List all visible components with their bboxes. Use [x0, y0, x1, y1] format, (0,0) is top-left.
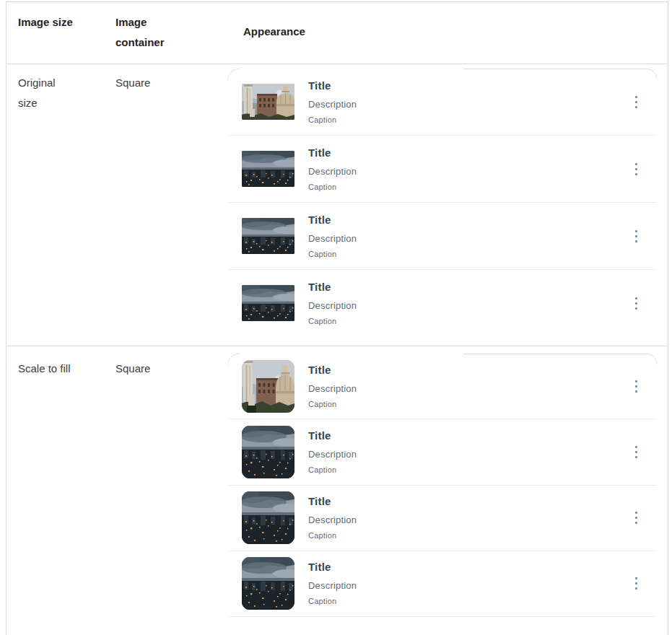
- list-item[interactable]: Title Description Caption: [227, 354, 657, 419]
- list-item-caption: Caption: [308, 250, 357, 259]
- list-item[interactable]: Title Description Caption: [227, 202, 657, 269]
- city-photo-thumbnail: [242, 426, 294, 478]
- list-item-title: Title: [308, 364, 357, 377]
- table-row-original-size: Original size Square: [6, 64, 668, 346]
- list-item[interactable]: Title Description Caption: [227, 485, 657, 551]
- kebab-menu-icon[interactable]: [634, 93, 639, 111]
- list-item[interactable]: Title Description Caption: [227, 269, 657, 336]
- list-item-title: Title: [308, 214, 357, 227]
- list-item-caption: Caption: [308, 115, 357, 125]
- list-item[interactable]: Title Description Caption: [227, 135, 657, 202]
- cell-image-container: Square: [115, 64, 227, 346]
- cell-value: Original size: [18, 73, 76, 113]
- city-photo-thumbnail: [242, 491, 294, 544]
- cell-appearance: Title Description Caption: [227, 346, 668, 635]
- list-item-caption: Caption: [308, 400, 357, 409]
- list-item-caption: Caption: [308, 317, 357, 326]
- list-item-title: Title: [308, 495, 357, 508]
- kebab-menu-icon[interactable]: [634, 574, 639, 592]
- list-item[interactable]: Title Description Caption: [227, 551, 657, 616]
- list-item-description: Description: [308, 514, 357, 526]
- list-item-description: Description: [308, 233, 357, 245]
- cell-appearance: Title Description Caption: [227, 64, 668, 346]
- column-header-label: Image container: [115, 12, 173, 53]
- column-header-label: Image size: [18, 16, 73, 28]
- appearance-preview-card: Title Description Caption: [227, 69, 657, 336]
- kebab-menu-icon[interactable]: [634, 227, 639, 245]
- list-item-caption: Caption: [308, 183, 357, 192]
- table-row-scale-to-fill: Scale to fill Square: [6, 346, 668, 635]
- list-item-title: Title: [308, 281, 357, 294]
- settings-table: Image size Image container Appearance Or…: [6, 1, 668, 635]
- list-item-text: Title Description Caption: [308, 561, 357, 606]
- city-photo-thumbnail: [242, 557, 294, 610]
- rome-photo-thumbnail: [242, 84, 294, 120]
- image-settings-comparison-page: Image size Image container Appearance Or…: [0, 0, 672, 635]
- kebab-menu-icon[interactable]: [634, 443, 639, 461]
- list-item-text: Title Description Caption: [308, 364, 357, 409]
- list-item-text: Title Description Caption: [308, 495, 357, 540]
- cell-value: Square: [115, 362, 150, 375]
- city-photo-thumbnail: [242, 285, 294, 321]
- cell-value: Scale to fill: [18, 362, 71, 375]
- list-item-title: Title: [308, 146, 357, 159]
- column-header-image-size: Image size: [6, 2, 115, 64]
- list-item-text: Title Description Caption: [308, 281, 357, 326]
- list-item[interactable]: Title Description Caption: [227, 69, 657, 135]
- cell-image-size: Scale to fill: [6, 346, 115, 635]
- list-item-caption: Caption: [308, 465, 357, 475]
- list-item-description: Description: [308, 166, 357, 178]
- list-item-caption: Caption: [308, 531, 357, 540]
- kebab-menu-icon[interactable]: [634, 509, 639, 527]
- column-header-label: Appearance: [243, 25, 305, 38]
- list-item-description: Description: [308, 449, 357, 460]
- list-item[interactable]: Title Description Caption: [227, 419, 657, 484]
- appearance-preview-card: Title Description Caption: [227, 354, 657, 617]
- list-item-description: Description: [308, 99, 357, 110]
- cell-image-container: Square: [115, 346, 227, 635]
- table-header-row: Image size Image container Appearance: [6, 2, 668, 64]
- list-item-description: Description: [308, 580, 357, 592]
- city-photo-thumbnail: [242, 151, 294, 187]
- list-item-description: Description: [308, 300, 357, 312]
- list-item-title: Title: [308, 79, 357, 92]
- list-item-title: Title: [308, 561, 357, 574]
- cell-value: Square: [115, 76, 150, 89]
- cell-image-size: Original size: [6, 64, 115, 346]
- list-item-text: Title Description Caption: [308, 146, 357, 192]
- rome-photo-thumbnail: [242, 360, 294, 413]
- list-item-text: Title Description Caption: [308, 429, 357, 475]
- kebab-menu-icon[interactable]: [634, 377, 639, 395]
- column-header-appearance: Appearance: [227, 2, 668, 64]
- city-photo-thumbnail: [242, 218, 294, 254]
- kebab-menu-icon[interactable]: [634, 294, 639, 312]
- kebab-menu-icon[interactable]: [634, 160, 639, 178]
- column-header-image-container: Image container: [115, 2, 227, 64]
- list-item-text: Title Description Caption: [308, 214, 357, 259]
- list-item-text: Title Description Caption: [308, 79, 357, 125]
- list-item-caption: Caption: [308, 597, 357, 606]
- list-item-title: Title: [308, 429, 357, 442]
- list-item-description: Description: [308, 383, 357, 395]
